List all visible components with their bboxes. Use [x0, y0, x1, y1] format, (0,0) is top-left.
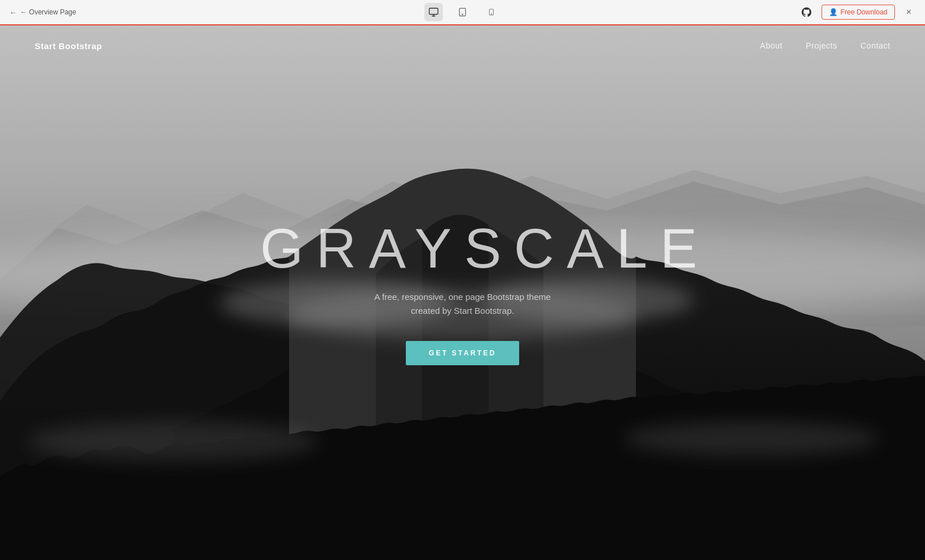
svg-point-4 [491, 14, 492, 14]
nav-link-projects[interactable]: Projects [806, 41, 838, 50]
nav-item-projects[interactable]: Projects [806, 40, 838, 51]
hero-content: GRAYSCALE A free, responsive, one page B… [260, 221, 665, 365]
svg-point-16 [624, 421, 879, 456]
device-switcher [424, 3, 501, 21]
nav-link-contact[interactable]: Contact [860, 41, 890, 50]
desktop-device-button[interactable] [424, 3, 443, 21]
back-arrow-icon: ← [9, 8, 17, 17]
mobile-device-button[interactable] [482, 3, 501, 21]
site-brand[interactable]: Start Bootstrap [35, 41, 102, 51]
website-preview: Start Bootstrap About Projects Contact G… [0, 25, 925, 560]
hero-subtitle-line1: A free, responsive, one page Bootstrap t… [374, 292, 550, 302]
back-nav[interactable]: ← ← Overview Page [9, 8, 76, 17]
hero-subtitle-line2: created by Start Bootstrap. [411, 306, 514, 316]
svg-point-2 [462, 14, 462, 14]
site-navigation: Start Bootstrap About Projects Contact [0, 25, 925, 66]
hero-title: GRAYSCALE [260, 221, 665, 276]
back-label[interactable]: ← Overview Page [20, 8, 76, 16]
nav-links: About Projects Contact [760, 40, 890, 51]
tablet-device-button[interactable] [453, 3, 472, 21]
svg-rect-0 [430, 8, 438, 14]
close-icon: × [906, 7, 911, 17]
nav-item-contact[interactable]: Contact [860, 40, 890, 51]
get-started-button[interactable]: GET STARTED [406, 341, 520, 365]
download-icon: 👤 [829, 8, 838, 16]
nav-item-about[interactable]: About [760, 40, 783, 51]
hero-subtitle: A free, responsive, one page Bootstrap t… [260, 290, 665, 318]
toolbar-actions: 👤 Free Download × [798, 4, 916, 20]
free-download-button[interactable]: 👤 Free Download [822, 5, 895, 20]
svg-point-15 [29, 421, 318, 462]
nav-link-about[interactable]: About [760, 41, 783, 50]
download-label: Free Download [841, 8, 887, 16]
preview-toolbar: ← ← Overview Page [0, 0, 925, 25]
github-icon[interactable] [798, 4, 815, 20]
close-button[interactable]: × [902, 5, 916, 19]
